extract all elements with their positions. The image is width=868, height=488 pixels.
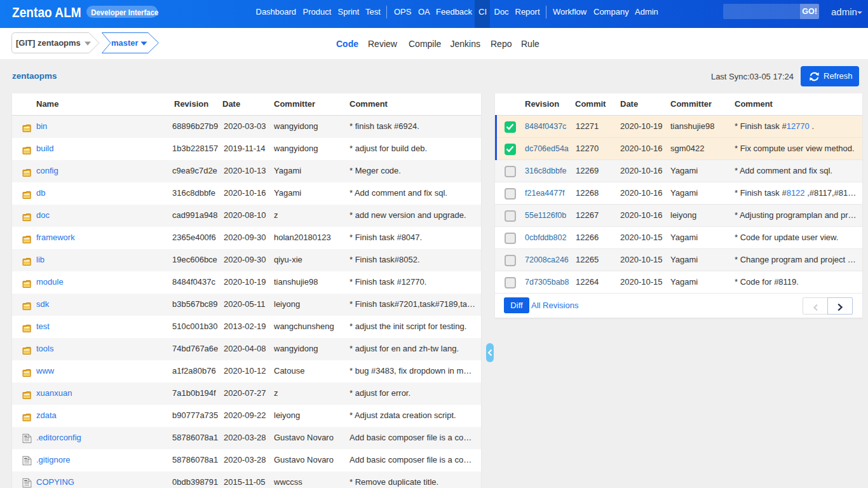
svg-text:master: master — [111, 38, 139, 48]
svg-text:[GIT] zentaopms: [GIT] zentaopms — [16, 38, 81, 48]
